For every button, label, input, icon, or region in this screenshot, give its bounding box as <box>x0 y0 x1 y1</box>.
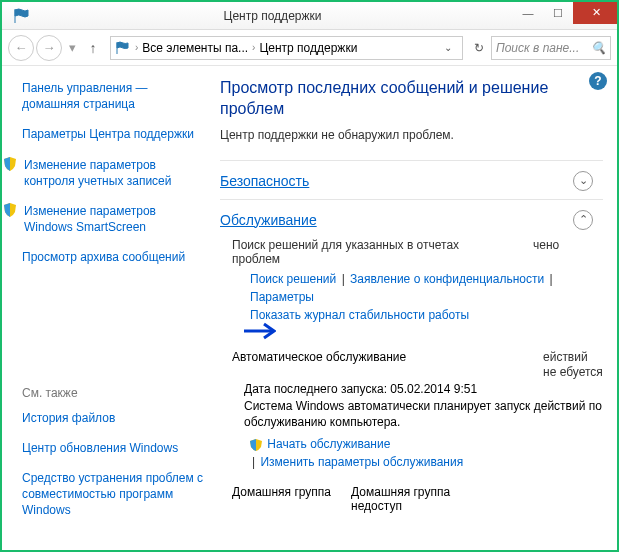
automaint-block: Автоматическое обслуживание ействий не е… <box>220 350 603 472</box>
maximize-button[interactable]: ☐ <box>543 2 573 24</box>
shield-icon <box>4 203 18 235</box>
sidebar-link-params[interactable]: Параметры Центра поддержки <box>22 126 194 142</box>
link-privacy[interactable]: Заявление о конфиденциальности <box>350 272 544 286</box>
main-panel: ? Просмотр последних сообщений и решение… <box>212 66 617 550</box>
search-input[interactable]: Поиск в пане... 🔍 <box>491 36 611 60</box>
flag-icon <box>10 5 32 27</box>
breadcrumb-part[interactable]: Все элементы па... <box>142 41 248 55</box>
navbar: ← → ▾ ↑ › Все элементы па... › Центр под… <box>2 30 617 66</box>
security-title: Безопасность <box>220 173 309 189</box>
status-text: чено <box>533 238 593 270</box>
history-dropdown[interactable]: ▾ <box>64 35 80 61</box>
forward-button[interactable]: → <box>36 35 62 61</box>
link-search-solutions[interactable]: Поиск решений <box>250 272 336 286</box>
page-title: Просмотр последних сообщений и решение п… <box>220 78 603 120</box>
window-title: Центр поддержки <box>32 9 513 23</box>
see-also-label: См. также <box>22 386 204 400</box>
shield-icon <box>4 157 18 189</box>
content-area: Панель управления — домашняя страница Па… <box>2 66 617 550</box>
automaint-status: ействий не ебуется <box>543 350 603 381</box>
chevron-right-icon: › <box>135 42 138 53</box>
automaint-label: Автоматическое обслуживание <box>220 350 406 377</box>
chevron-up-icon[interactable]: ⌃ <box>573 210 593 230</box>
automaint-body: Дата последнего запуска: 05.02.2014 9:51… <box>220 381 603 431</box>
sidebar-link-archive[interactable]: Просмотр архива сообщений <box>22 249 185 265</box>
up-button[interactable]: ↑ <box>82 37 104 59</box>
titlebar: Центр поддержки — ☐ ✕ <box>2 2 617 30</box>
refresh-button[interactable]: ↻ <box>469 38 489 58</box>
seealso-compat[interactable]: Средство устранения проблем с совместимо… <box>22 470 204 519</box>
last-run-text: Дата последнего запуска: 05.02.2014 9:51 <box>244 381 603 398</box>
breadcrumb-part[interactable]: Центр поддержки <box>259 41 357 55</box>
link-start-maint[interactable]: Начать обслуживание <box>267 437 390 451</box>
flag-icon <box>115 40 131 56</box>
close-button[interactable]: ✕ <box>573 0 619 24</box>
seealso-windowsupdate[interactable]: Центр обновления Windows <box>22 440 178 456</box>
link-params[interactable]: Параметры <box>250 290 314 304</box>
homegroup-label: Домашняя группа <box>232 485 331 513</box>
sidebar-link-smartscreen[interactable]: Изменение параметров Windows SmartScreen <box>24 203 204 235</box>
automaint-desc: Система Windows автоматически планирует … <box>244 398 603 432</box>
page-subtitle: Центр поддержки не обнаружил проблем. <box>220 128 603 142</box>
breadcrumb-dropdown[interactable]: ⌄ <box>444 42 452 53</box>
shield-icon <box>250 439 262 451</box>
seealso-filehistory[interactable]: История файлов <box>22 410 115 426</box>
sidebar-link-uac[interactable]: Изменение параметров контроля учетных за… <box>24 157 204 189</box>
sidebar: Панель управления — домашняя страница Па… <box>2 66 212 550</box>
link-change-maint[interactable]: Изменить параметры обслуживания <box>260 455 463 469</box>
breadcrumb[interactable]: › Все элементы па... › Центр поддержки ⌄ <box>110 36 463 60</box>
security-section[interactable]: Безопасность ⌄ <box>220 160 603 199</box>
chevron-down-icon[interactable]: ⌄ <box>573 171 593 191</box>
automaint-links: Начать обслуживание | Изменить параметры… <box>220 435 603 471</box>
search-icon: 🔍 <box>591 41 606 55</box>
minimize-button[interactable]: — <box>513 2 543 24</box>
homegroup-status: Домашняя группа недоступ <box>351 485 471 513</box>
maintenance-title: Обслуживание <box>220 212 317 228</box>
help-icon[interactable]: ? <box>589 72 607 90</box>
sidebar-link-home[interactable]: Панель управления — домашняя страница <box>22 80 204 112</box>
homegroup-row: Домашняя группа Домашняя группа недоступ <box>220 485 603 513</box>
chevron-right-icon: › <box>252 42 255 53</box>
window-controls: — ☐ ✕ <box>513 2 617 29</box>
search-solutions-label: Поиск решений для указанных в отчетах пр… <box>232 238 482 266</box>
maintenance-section[interactable]: Обслуживание ⌃ <box>220 199 603 238</box>
link-reliability[interactable]: Показать журнал стабильности работы <box>250 308 469 322</box>
back-button[interactable]: ← <box>8 35 34 61</box>
solution-links: Поиск решений | Заявление о конфиденциал… <box>232 270 593 324</box>
search-placeholder: Поиск в пане... <box>496 41 587 55</box>
search-solutions-block: Поиск решений для указанных в отчетах пр… <box>220 238 603 336</box>
